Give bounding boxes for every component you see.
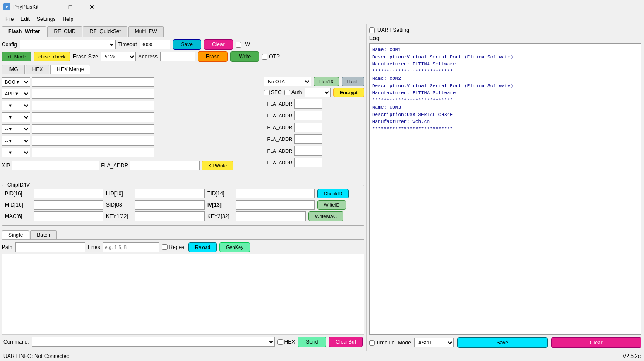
address-input[interactable] xyxy=(160,52,195,61)
otp-checkbox[interactable] xyxy=(262,54,267,60)
repeat-checkbox[interactable] xyxy=(162,244,168,250)
sec-checkbox-label: SEC xyxy=(264,89,282,95)
type-select-0[interactable]: BOO▼APP▼--▼ xyxy=(2,77,30,87)
inner-tab-img[interactable]: IMG xyxy=(2,65,25,74)
timeout-input[interactable] xyxy=(140,40,170,49)
type-select-4[interactable]: --▼BOO▼APP▼ xyxy=(2,124,30,134)
menu-help[interactable]: Help xyxy=(59,15,77,23)
hex-checkbox-label: HEX xyxy=(277,339,295,345)
tab-batch[interactable]: Batch xyxy=(30,230,57,239)
file-input-0[interactable] xyxy=(32,77,154,87)
fla-addr-label-0: FLA_ADDR xyxy=(264,101,292,106)
hex-checkbox[interactable] xyxy=(277,339,283,345)
fla-addr-label-3: FLA_ADDR xyxy=(264,136,292,142)
type-select-1[interactable]: APP▼BOO▼--▼ xyxy=(2,89,30,99)
batch-textarea[interactable] xyxy=(2,254,364,335)
mid-input[interactable] xyxy=(34,200,103,210)
lid-label: LID[10] xyxy=(106,191,132,197)
chipid-row-1: PID[16] LID[10] TID[14] CheckID xyxy=(5,189,361,198)
clear-log-button[interactable]: Clear xyxy=(551,337,641,348)
clear-buf-button[interactable]: ClearBuf xyxy=(329,337,363,347)
key2-input[interactable] xyxy=(236,211,306,221)
type-select-3[interactable]: --▼BOO▼APP▼ xyxy=(2,112,30,122)
config-row: Config Timeout Save Clear LW xyxy=(2,39,364,50)
hex16-button[interactable]: Hex16 xyxy=(314,77,339,86)
auth-checkbox[interactable] xyxy=(284,90,290,95)
chipid-title: ChipID/IV xyxy=(6,182,31,188)
file-input-4[interactable] xyxy=(32,124,154,134)
lw-checkbox[interactable] xyxy=(236,42,241,48)
ota-select[interactable]: No OTAOTA AOTA B xyxy=(264,77,311,86)
type-select-5[interactable]: --▼BOO▼APP▼ xyxy=(2,136,30,146)
uart-setting-checkbox[interactable] xyxy=(369,27,375,33)
fla-addr-row-3: FLA_ADDR xyxy=(264,134,364,144)
mac-input[interactable] xyxy=(34,211,103,221)
write-mac-button[interactable]: WriteMAC xyxy=(308,211,343,221)
encrypt-button[interactable]: Encrypt xyxy=(333,88,364,97)
file-input-2[interactable] xyxy=(32,101,154,110)
tab-multi-fw[interactable]: Multi_FW xyxy=(128,26,164,37)
fla-addr-input-0[interactable] xyxy=(294,99,322,109)
file-input-6[interactable] xyxy=(32,148,154,157)
repeat-checkbox-label: Repeat xyxy=(162,244,186,250)
fla-addr-input-5[interactable] xyxy=(294,158,322,167)
tab-rf-cmd[interactable]: RF_CMD xyxy=(47,26,82,37)
config-select[interactable] xyxy=(20,40,116,49)
path-input[interactable] xyxy=(15,242,85,252)
reload-button[interactable]: Reload xyxy=(188,242,217,252)
menu-settings[interactable]: Settings xyxy=(33,15,59,23)
title-bar-title: PhyPlusKit xyxy=(13,4,38,10)
efuse-check-button[interactable]: efuse_check xyxy=(34,52,70,61)
file-row-0: BOO▼APP▼--▼ xyxy=(2,77,260,87)
fla-addr-input-4[interactable] xyxy=(294,146,322,156)
file-input-1[interactable] xyxy=(32,89,154,99)
sid-input[interactable] xyxy=(135,200,205,210)
command-bar: Command: HEX Send ClearBuf xyxy=(2,334,364,349)
key1-input[interactable] xyxy=(135,211,205,221)
write-button[interactable]: Write xyxy=(230,51,259,62)
fla-addr-input-xip[interactable] xyxy=(130,161,200,170)
main-content: Flash_Writer RF_CMD RF_QuickSet Multi_FW… xyxy=(0,24,644,351)
xip-write-button[interactable]: XIPWrite xyxy=(202,161,233,170)
pid-input[interactable] xyxy=(34,189,103,198)
clear-button[interactable]: Clear xyxy=(204,39,233,50)
uart-setting-label: UART Setting xyxy=(377,27,409,33)
type-select-6[interactable]: --▼BOO▼APP▼ xyxy=(2,148,30,157)
tab-flash-writer[interactable]: Flash_Writer xyxy=(2,26,46,37)
check-id-button[interactable]: CheckID xyxy=(317,189,349,198)
sec-checkbox[interactable] xyxy=(264,90,270,95)
command-select[interactable] xyxy=(32,337,275,347)
minimize-button[interactable]: − xyxy=(38,0,58,14)
tab-single[interactable]: Single xyxy=(2,230,29,239)
menu-file[interactable]: File xyxy=(2,15,17,23)
hexf-button[interactable]: HexF xyxy=(342,77,364,86)
send-button[interactable]: Send xyxy=(298,337,326,347)
lines-input[interactable] xyxy=(103,242,159,252)
fla-addr-input-2[interactable] xyxy=(294,123,322,132)
save-log-button[interactable]: Save xyxy=(457,337,548,348)
mode-select[interactable]: ASCIIHEXUTF-8 xyxy=(414,338,454,347)
inner-tab-hex[interactable]: HEX xyxy=(26,65,50,74)
close-button[interactable]: ✕ xyxy=(82,0,102,14)
auth-select[interactable]: --AESRSA xyxy=(305,88,331,97)
file-input-3[interactable] xyxy=(32,112,154,122)
fla-addr-input-3[interactable] xyxy=(294,134,322,144)
menu-edit[interactable]: Edit xyxy=(17,15,33,23)
type-select-2[interactable]: --▼BOO▼APP▼ xyxy=(2,101,30,110)
tab-rf-quickset[interactable]: RF_QuickSet xyxy=(83,26,127,37)
erase-button[interactable]: Erase xyxy=(198,51,228,62)
iv-input[interactable] xyxy=(236,200,315,210)
inner-tab-hex-merge[interactable]: HEX Merge xyxy=(50,65,90,74)
xip-input[interactable] xyxy=(12,161,99,170)
time-tic-checkbox[interactable] xyxy=(369,340,375,346)
erase-size-select[interactable]: 512k256k128k64k xyxy=(101,52,136,61)
save-button[interactable]: Save xyxy=(173,39,201,50)
fct-mode-button[interactable]: fct_Mode xyxy=(2,52,31,61)
gen-key-button[interactable]: GenKey xyxy=(219,242,250,252)
fla-addr-input-1[interactable] xyxy=(294,111,322,120)
file-input-5[interactable] xyxy=(32,136,154,146)
maximize-button[interactable]: □ xyxy=(60,0,80,14)
write-id-button[interactable]: WriteID xyxy=(317,200,346,210)
tid-input[interactable] xyxy=(236,189,315,198)
lid-input[interactable] xyxy=(135,189,205,198)
